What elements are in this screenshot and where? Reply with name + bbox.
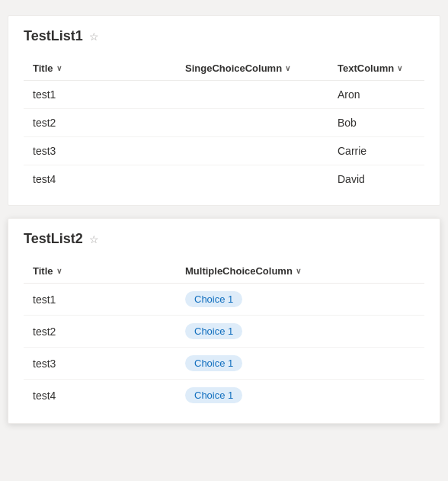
- table-row: test3 Carrie: [24, 137, 424, 165]
- table-row: test1 Choice 1: [24, 284, 424, 316]
- list1-row-textcolumn: Carrie: [328, 137, 424, 165]
- choice-badge: Choice 1: [185, 323, 242, 339]
- list2-row-choice: Choice 1: [176, 316, 424, 348]
- list2-title-row: TestList2 ☆: [24, 231, 424, 247]
- list1-col-singechoice[interactable]: SingeChoiceColumn ∨: [176, 56, 328, 81]
- list1-row-textcolumn: David: [328, 165, 424, 194]
- list1-col-textcolumn[interactable]: TextColumn ∨: [328, 56, 424, 81]
- list1-row-title: test2: [24, 109, 176, 137]
- list2-row-choice: Choice 1: [176, 380, 424, 412]
- list1-row-title: test4: [24, 165, 176, 194]
- list1-table: Title ∨ SingeChoiceColumn ∨ TextColumn ∨: [24, 56, 424, 193]
- choice-badge: Choice 1: [185, 355, 242, 371]
- table-row: test3 Choice 1: [24, 348, 424, 380]
- list1-row-title: test3: [24, 137, 176, 165]
- table-row: test4 David: [24, 165, 424, 194]
- list2-container: TestList2 ☆ Title ∨ MultipleChoiceColumn…: [8, 218, 440, 424]
- list2-row-choice: Choice 1: [176, 284, 424, 316]
- choice-badge: Choice 1: [185, 387, 242, 403]
- list1-row-singechoice: [176, 81, 328, 109]
- list1-row-singechoice: [176, 109, 328, 137]
- list2-row-choice: Choice 1: [176, 348, 424, 380]
- list1-row-title: test1: [24, 81, 176, 109]
- list1-header-row: Title ∨ SingeChoiceColumn ∨ TextColumn ∨: [24, 56, 424, 81]
- list2-header-row: Title ∨ MultipleChoiceColumn ∨: [24, 259, 424, 284]
- list1-row-singechoice: [176, 165, 328, 194]
- list2-title-chevron-icon: ∨: [56, 267, 62, 275]
- list1-row-textcolumn: Bob: [328, 109, 424, 137]
- singechoice-chevron-icon: ∨: [285, 64, 290, 72]
- table-row: test2 Choice 1: [24, 316, 424, 348]
- list2-table: Title ∨ MultipleChoiceColumn ∨ test1 Cho…: [24, 259, 424, 411]
- list2-title: TestList2: [24, 231, 83, 247]
- list1-row-textcolumn: Aron: [328, 81, 424, 109]
- list1-container: TestList1 ☆ Title ∨ SingeChoiceColumn ∨: [8, 15, 440, 206]
- list1-col-title[interactable]: Title ∨: [24, 56, 176, 81]
- table-row: test1 Aron: [24, 81, 424, 109]
- list2-row-title: test1: [24, 284, 176, 316]
- list2-row-title: test4: [24, 380, 176, 412]
- list2-row-title: test3: [24, 348, 176, 380]
- list1-row-singechoice: [176, 137, 328, 165]
- list2-col-title[interactable]: Title ∨: [24, 259, 176, 284]
- table-row: test4 Choice 1: [24, 380, 424, 412]
- textcolumn-chevron-icon: ∨: [397, 64, 402, 72]
- title-chevron-icon: ∨: [56, 64, 62, 72]
- list1-favorite-icon[interactable]: ☆: [89, 30, 99, 43]
- list1-title: TestList1: [24, 28, 83, 44]
- list2-col-multiplechoice[interactable]: MultipleChoiceColumn ∨: [176, 259, 424, 284]
- list1-title-row: TestList1 ☆: [24, 28, 424, 44]
- list2-favorite-icon[interactable]: ☆: [89, 233, 99, 245]
- list2-row-title: test2: [24, 316, 176, 348]
- choice-badge: Choice 1: [185, 291, 242, 307]
- table-row: test2 Bob: [24, 109, 424, 137]
- multiplechoice-chevron-icon: ∨: [296, 267, 301, 275]
